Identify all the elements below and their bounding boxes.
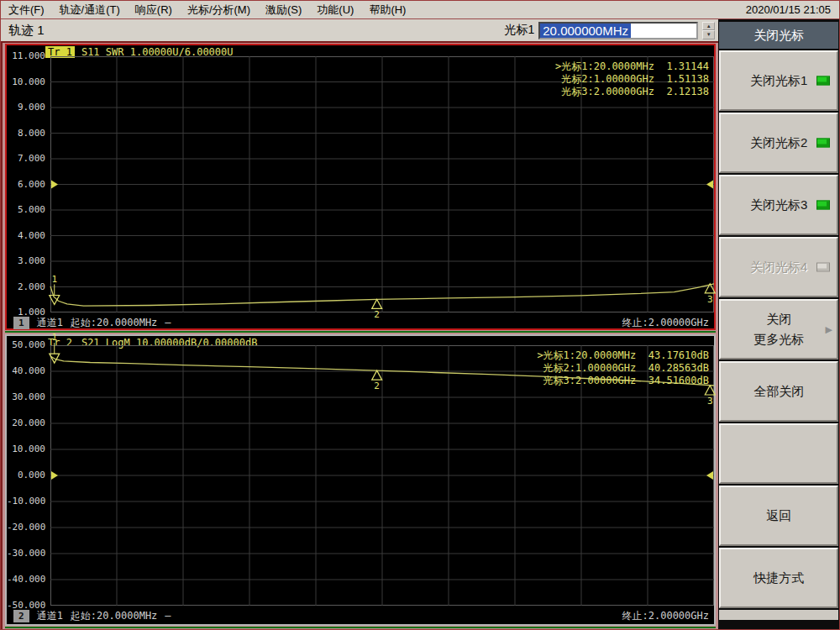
softkey-label: 关闭 [766,312,791,328]
y-axis-tick-label: 3.000 [7,255,45,266]
softkey-blank[interactable] [719,423,838,484]
reference-level-arrow-left [51,471,58,480]
sweep-start-label: 起始:20.0000MHz [71,609,157,623]
menu-marker-analysis[interactable]: 光标/分析(M) [180,3,258,16]
channel-label: 通道1 [37,316,63,330]
marker-frequency-value: 20.000000MHz [540,24,631,38]
y-axis-tick-label: 40.000 [7,365,45,376]
panel-separator [5,331,716,333]
led-indicator-on [816,76,830,86]
sweep-stop-label: 终止:2.00000GHz [622,316,709,330]
y-axis-tick-label: -20.000 [7,522,45,533]
marker-triangle [372,370,382,380]
panel-separator [5,627,716,628]
softkey-label: 快捷方式 [753,570,804,586]
reference-level-arrow-right [706,181,713,189]
reference-level-arrow-left [51,181,58,189]
marker-readout-line: >光标1:20.0000MHz 1.31144 [555,60,709,73]
y-axis-tick-label: 8.000 [7,128,45,139]
marker-triangle [372,299,382,308]
y-axis-tick-label: 4.000 [7,230,45,241]
marker-number: 2 [374,381,380,391]
menu-trace-channel[interactable]: 轨迹/通道(T) [52,3,128,16]
chart-panel-s11[interactable]: Tr 1S11 SWR 1.00000U/6.00000U11.00010.00… [5,44,716,330]
marker-symbol-2[interactable]: 2 [372,370,382,391]
marker-readout-line: 光标3:2.00000GHz 2.12138 [555,86,709,98]
menu-file[interactable]: 文件(F) [1,3,52,16]
softkey-关闭光标2[interactable]: 关闭光标2 [719,113,838,173]
marker-readout: >光标1:20.0000MHz 43.17610dB 光标2:1.00000GH… [537,349,709,387]
channel-status-bar: 2通道1起始:20.0000MHz—终止:2.00000GHz [13,608,709,623]
y-axis-tick-label: 11.000 [7,50,45,61]
spinner-down-button[interactable]: ▼ [702,30,715,39]
softkey-全部关闭[interactable]: 全部关闭 [719,361,838,422]
softkey-关闭-更多光标[interactable]: 关闭更多光标▶ [719,299,838,360]
softkey-返回[interactable]: 返回 [719,486,838,546]
softkey-label: 返回 [766,508,791,524]
marker-number: 3 [707,294,713,305]
led-indicator-on [816,201,830,210]
menu-bar: 文件(F)轨迹/通道(T)响应(R)光标/分析(M)激励(S)功能(U)帮助(H… [1,1,839,19]
sweep-start-label: 起始:20.0000MHz [71,316,157,330]
channel-label: 通道1 [37,609,63,623]
y-axis-tick-label: 10.000 [7,444,45,454]
channel-status-bar: 1通道1起始:20.0000MHz—终止:2.00000GHz [13,315,709,330]
menu-items: 文件(F)轨迹/通道(T)响应(R)光标/分析(M)激励(S)功能(U)帮助(H… [1,3,413,18]
main-content: 轨迹 1 光标1 20.000000MHz ▲ ▼ Tr 1S11 SWR 1.… [1,19,839,630]
marker-input-label: 光标1 [504,23,534,38]
frequency-spinner: ▲ ▼ [702,22,715,39]
clock: 2020/01/15 21:05 [746,3,839,16]
sweep-indicator: — [165,317,171,328]
softkey-label: 更多光标 [753,332,804,348]
reference-level-arrow-right [706,471,713,480]
softkey-label: 关闭光标3 [750,197,807,213]
marker-frequency-input[interactable]: 20.000000MHz [538,22,698,39]
channel-number-badge: 2 [13,610,29,622]
y-axis-tick-label: 7.000 [7,153,45,164]
menu-function[interactable]: 功能(U) [309,3,361,16]
led-indicator-off [816,263,830,272]
y-axis-tick-label: 0.000 [7,470,45,480]
marker-readout-line: 光标3:2.00000GHz 34.51600dB [537,375,709,387]
y-axis-tick-label: 50.000 [7,339,45,350]
channel-number-badge: 1 [13,317,29,329]
softkey-label: 关闭光标1 [750,73,807,89]
y-axis-tick-label: 30.000 [7,391,45,402]
y-axis-tick-label: 5.000 [7,204,45,215]
y-axis-tick-label: -30.000 [7,548,45,559]
chart-panel-s21[interactable]: Tr 2S21 LogM 10.00000dB/0.00000dB50.0004… [5,334,716,626]
led-indicator-on [816,139,830,148]
toolbar: 轨迹 1 光标1 20.000000MHz ▲ ▼ [1,19,718,43]
y-axis-tick-label: 10.000 [7,76,45,87]
vna-application-window: 文件(F)轨迹/通道(T)响应(R)光标/分析(M)激励(S)功能(U)帮助(H… [0,0,840,630]
y-axis-tick-label: -10.000 [7,496,45,507]
marker-readout-line: >光标1:20.0000MHz 43.17610dB [537,349,709,362]
softkey-label: 全部关闭 [753,384,804,400]
spinner-up-button[interactable]: ▲ [702,22,715,31]
softkey-关闭光标3[interactable]: 关闭光标3 [719,175,838,235]
active-trace-label: 轨迹 1 [1,23,45,39]
y-axis-tick-label: -40.000 [7,574,45,585]
sweep-stop-label: 终止:2.00000GHz [622,609,709,623]
menu-stimulus[interactable]: 激励(S) [258,3,309,16]
softkey-sidebar: 关闭光标 关闭光标1关闭光标2关闭光标3关闭光标4关闭更多光标▶全部关闭返回快捷… [718,19,839,630]
marker-readout-line: 光标2:1.00000GHz 40.28563dB [537,362,709,375]
softkey-快捷方式[interactable]: 快捷方式 [719,548,838,608]
sidebar-footer [719,610,838,620]
softkey-关闭光标1[interactable]: 关闭光标1 [719,50,838,111]
y-axis-tick-label: 6.000 [7,179,45,190]
marker-readout-line: 光标2:1.00000GHz 1.51138 [555,73,709,86]
softkey-label: 关闭光标2 [750,135,807,151]
y-axis-tick-label: 2.000 [7,281,45,292]
menu-help[interactable]: 帮助(H) [361,3,413,16]
sweep-indicator: — [165,610,171,622]
softkey-关闭光标4: 关闭光标4 [719,237,838,297]
marker-number: 1 [51,332,57,343]
menu-response[interactable]: 响应(R) [128,3,180,16]
chart-area: Tr 1S11 SWR 1.00000U/6.00000U11.00010.00… [1,43,718,630]
marker-number: 1 [51,274,57,285]
marker-readout: >光标1:20.0000MHz 1.31144 光标2:1.00000GHz 1… [555,60,709,98]
y-axis-tick-label: 20.000 [7,417,45,428]
marker-entry-group: 光标1 20.000000MHz ▲ ▼ [504,22,715,39]
y-axis-tick-label: 9.000 [7,102,45,113]
